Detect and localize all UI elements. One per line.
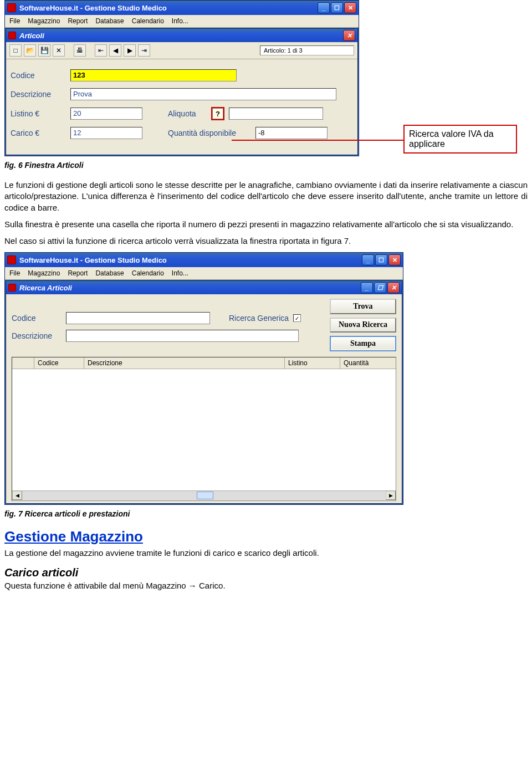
- menu-file[interactable]: File: [9, 269, 20, 277]
- fig7-inner-title: Ricerca Articoli: [19, 284, 361, 292]
- fig6-app-title: SoftwareHouse.it - Gestione Studio Medic…: [19, 4, 318, 12]
- fig6-toolbar: □ 📂 💾 ✕ 🖶 ⇤ ◀ ▶ ⇥ Articolo: 1 di 3: [6, 42, 357, 59]
- menu-calendario[interactable]: Calendario: [132, 269, 164, 277]
- callout-connector: [232, 140, 403, 141]
- open-icon[interactable]: 📂: [24, 44, 36, 57]
- grid-header: Codice Descrizione Listino Quantità: [12, 357, 396, 369]
- maximize-button[interactable]: ☐: [331, 2, 343, 13]
- section-text: La gestione del magazzino avviene tramit…: [4, 548, 528, 559]
- scroll-left-icon[interactable]: ◀: [12, 491, 22, 500]
- col-quantita[interactable]: Quantità: [340, 357, 396, 369]
- fig7-inner-titlebar: Ricerca Articoli _ ☐ ✕: [6, 281, 402, 294]
- fig7-menubar: File Magazzino Report Database Calendari…: [5, 267, 403, 280]
- fig7-app-title: SoftwareHouse.it - Gestione Studio Medic…: [19, 256, 362, 264]
- fig6-window: SoftwareHouse.it - Gestione Studio Medic…: [4, 0, 359, 156]
- paragraph-3: Nel caso si attivi la funzione di ricerc…: [4, 236, 528, 247]
- app-icon: [7, 255, 16, 264]
- iva-lookup-highlight: ?: [211, 107, 224, 120]
- menu-info[interactable]: Info...: [172, 17, 188, 25]
- scroll-thumb[interactable]: [197, 492, 213, 499]
- fig6-titlebar: SoftwareHouse.it - Gestione Studio Medic…: [5, 1, 359, 15]
- scroll-track[interactable]: [22, 491, 386, 500]
- minimize-button[interactable]: _: [362, 254, 374, 265]
- inner-close-button[interactable]: ✕: [387, 282, 400, 293]
- fig7-search-area: Codice Ricerca Generica ✓ Descrizione: [6, 294, 402, 503]
- stampa-button[interactable]: Stampa: [330, 336, 396, 351]
- label-aliquota: Aliquota: [168, 109, 207, 118]
- label-codice: Codice: [12, 314, 62, 323]
- menu-database[interactable]: Database: [95, 17, 124, 25]
- inner-close-button[interactable]: ✕: [343, 30, 355, 41]
- search-descrizione-input[interactable]: [66, 330, 299, 342]
- fig6-menubar: File Magazzino Report Database Calendari…: [5, 15, 359, 28]
- fig6-inner-titlebar: Articoli ✕: [6, 29, 357, 42]
- app-icon: [7, 3, 16, 12]
- ricerca-generica-checkbox[interactable]: ✓: [293, 314, 301, 322]
- maximize-button[interactable]: ☐: [375, 254, 387, 265]
- app-icon: [8, 32, 16, 39]
- nuova-ricerca-button[interactable]: Nuova Ricerca: [330, 318, 396, 333]
- menu-file[interactable]: File: [9, 17, 20, 25]
- search-codice-input[interactable]: [66, 312, 210, 324]
- app-icon: [8, 284, 16, 292]
- paragraph-2: Sulla finestra è presente una casella ch…: [4, 219, 528, 230]
- iva-lookup-button[interactable]: ?: [212, 108, 223, 119]
- minimize-button[interactable]: _: [318, 2, 330, 13]
- menu-magazzino[interactable]: Magazzino: [28, 269, 60, 277]
- col-codice[interactable]: Codice: [34, 357, 84, 369]
- menu-calendario[interactable]: Calendario: [132, 17, 164, 25]
- record-status: Articolo: 1 di 3: [260, 45, 354, 55]
- results-grid: Codice Descrizione Listino Quantità ◀ ▶: [12, 357, 396, 501]
- input-codice[interactable]: 123: [70, 69, 237, 81]
- paragraph-1: Le funzioni di gestione degli articoli s…: [4, 180, 528, 213]
- last-icon[interactable]: ⇥: [138, 44, 150, 57]
- inner-minimize-button[interactable]: _: [361, 282, 373, 293]
- fig7-titlebar: SoftwareHouse.it - Gestione Studio Medic…: [5, 253, 403, 267]
- new-icon[interactable]: □: [9, 44, 22, 57]
- input-aliquota[interactable]: [229, 108, 323, 120]
- grid-body: [12, 369, 396, 490]
- grid-hscroll[interactable]: ◀ ▶: [12, 490, 396, 500]
- delete-icon[interactable]: ✕: [53, 44, 65, 57]
- label-listino: Listino €: [11, 109, 66, 118]
- menu-magazzino[interactable]: Magazzino: [28, 17, 60, 25]
- close-button[interactable]: ✕: [388, 254, 401, 265]
- close-button[interactable]: ✕: [344, 2, 356, 13]
- menu-database[interactable]: Database: [95, 269, 124, 277]
- label-carico: Carico €: [11, 129, 66, 137]
- fig7-caption: fig. 7 Ricerca articoli e prestazioni: [4, 509, 528, 518]
- next-icon[interactable]: ▶: [124, 44, 136, 57]
- menu-report[interactable]: Report: [68, 269, 88, 277]
- first-icon[interactable]: ⇤: [95, 44, 107, 57]
- inner-maximize-button[interactable]: ☐: [374, 282, 386, 293]
- callout-box: Ricerca valore IVA da applicare: [403, 125, 517, 154]
- print-icon[interactable]: 🖶: [74, 44, 86, 57]
- label-codice: Codice: [11, 71, 66, 80]
- subsection-heading: Carico articoli: [4, 566, 528, 579]
- input-descrizione[interactable]: Prova: [70, 88, 336, 100]
- subsection-text: Questa funzione è attivabile dal menù Ma…: [4, 580, 528, 591]
- col-descrizione[interactable]: Descrizione: [84, 357, 285, 369]
- fig7-window: SoftwareHouse.it - Gestione Studio Medic…: [4, 252, 403, 505]
- input-quantita: -8: [255, 127, 328, 139]
- label-ricerca-generica: Ricerca Generica: [229, 314, 289, 323]
- section-heading: Gestione Magazzino: [4, 528, 528, 545]
- callout-text: Ricerca valore IVA da applicare: [409, 129, 494, 149]
- save-icon[interactable]: 💾: [38, 44, 50, 57]
- trova-button[interactable]: Trova: [330, 299, 396, 314]
- prev-icon[interactable]: ◀: [109, 44, 121, 57]
- fig6-inner-title: Articoli: [19, 32, 343, 40]
- label-descrizione: Descrizione: [12, 331, 62, 340]
- menu-report[interactable]: Report: [68, 17, 88, 25]
- input-carico[interactable]: 12: [70, 127, 142, 139]
- col-selector[interactable]: [12, 357, 34, 369]
- menu-info[interactable]: Info...: [172, 269, 188, 277]
- col-listino[interactable]: Listino: [285, 357, 340, 369]
- scroll-right-icon[interactable]: ▶: [386, 491, 396, 500]
- input-listino[interactable]: 20: [70, 108, 142, 120]
- label-descrizione: Descrizione: [11, 90, 66, 99]
- fig6-caption: fig. 6 Finestra Articoli: [4, 161, 528, 170]
- label-quantita: Quantità disponibile: [168, 129, 251, 137]
